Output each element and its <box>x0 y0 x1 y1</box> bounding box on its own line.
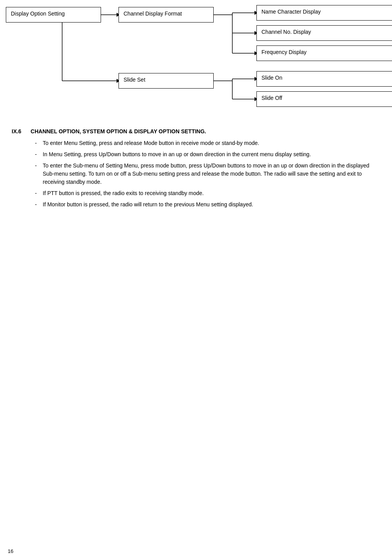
frequency-box: Frequency Display <box>256 45 392 61</box>
channel-display-label: Channel Display Format <box>124 10 182 17</box>
section-id: IX.6 <box>12 128 21 134</box>
slide-on-box: Slide On <box>256 71 392 87</box>
name-char-box: Name Character Display <box>256 5 392 21</box>
section-title: CHANNEL OPTION, SYSTEM OPTION & DISPLAY … <box>31 128 206 134</box>
display-option-box: Display Option Setting <box>6 7 101 23</box>
slide-off-label: Slide Off <box>261 95 282 101</box>
text-section: IX.6 CHANNEL OPTION, SYSTEM OPTION & DIS… <box>0 120 392 223</box>
frequency-label: Frequency Display <box>261 49 307 55</box>
channel-no-label: Channel No. Display <box>261 29 311 35</box>
diagram-section: Display Option Setting Channel Display F… <box>0 0 392 120</box>
channel-no-box: Channel No. Display <box>256 25 392 41</box>
list-item: To enter the Sub-menu of Setting Menu, p… <box>35 162 380 186</box>
list-item: If Monitor button is pressed, the radio … <box>35 201 380 209</box>
slide-set-box: Slide Set <box>118 73 214 89</box>
display-option-label: Display Option Setting <box>11 10 65 17</box>
slide-off-box: Slide Off <box>256 91 392 107</box>
diagram-container: Display Option Setting Channel Display F… <box>4 4 388 113</box>
list-item: To enter Menu Setting, press and release… <box>35 139 380 147</box>
slide-on-label: Slide On <box>261 75 282 81</box>
list-item: In Menu Setting, press Up/Down buttons t… <box>35 150 380 159</box>
channel-display-box: Channel Display Format <box>118 7 214 23</box>
bullet-list: To enter Menu Setting, press and release… <box>35 139 380 209</box>
list-item: If PTT button is pressed, the radio exit… <box>35 189 380 197</box>
page-number: 16 <box>8 548 13 554</box>
section-heading: IX.6 CHANNEL OPTION, SYSTEM OPTION & DIS… <box>12 128 380 134</box>
name-char-label: Name Character Display <box>261 9 321 15</box>
slide-set-label: Slide Set <box>124 77 145 83</box>
